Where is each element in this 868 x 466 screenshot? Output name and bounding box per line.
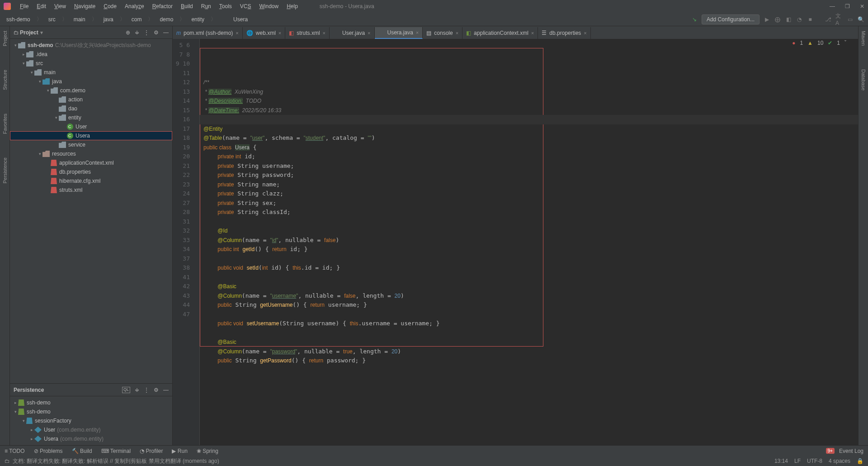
gear2-icon[interactable]: ⚙	[154, 387, 159, 393]
menu-refactor[interactable]: Refactor	[149, 1, 176, 11]
tab-appctx[interactable]: ◧applicationContext.xml×	[462, 27, 538, 39]
build-icon[interactable]: ↘	[691, 16, 698, 23]
crumb[interactable]: ssh-demo	[4, 15, 33, 24]
close-tab-icon[interactable]: ×	[236, 30, 238, 36]
btool-run[interactable]: ▶ Run	[172, 448, 187, 454]
tool-persistence[interactable]: Persistence	[2, 155, 8, 186]
ql-icon[interactable]: QL	[122, 387, 130, 393]
expand-icon[interactable]: ≑	[135, 29, 139, 36]
tree-user[interactable]: User	[10, 122, 172, 131]
tree-resources[interactable]: ▾resources	[10, 149, 172, 158]
crumb[interactable]: main	[71, 15, 88, 24]
menu-view[interactable]: View	[51, 1, 70, 11]
add-configuration-button[interactable]: Add Configuration...	[702, 14, 760, 24]
profile-icon[interactable]: ◔	[796, 16, 803, 23]
pers-root2[interactable]: ▾ssh-demo	[10, 407, 172, 416]
btool-terminal[interactable]: ⌨ Terminal	[101, 448, 131, 454]
git-icon[interactable]: ⎇	[825, 16, 832, 23]
close-icon[interactable]: ✕	[860, 3, 864, 10]
menu-analyze[interactable]: Analyze	[121, 1, 148, 11]
crumb-class[interactable]: Usera	[220, 14, 253, 24]
tab-usera[interactable]: Usera.java×	[375, 27, 423, 39]
search-icon[interactable]: 🔍	[857, 16, 864, 23]
expand2-icon[interactable]: ≑	[135, 387, 139, 393]
tree-dao[interactable]: dao	[10, 104, 172, 113]
tree-struts[interactable]: struts.xml	[10, 185, 172, 195]
btool-spring[interactable]: ❀ Spring	[197, 448, 218, 454]
chevron-down-icon[interactable]: ▾	[40, 29, 43, 36]
tree-hibernate[interactable]: hibernate.cfg.xml	[10, 176, 172, 185]
menu-tools[interactable]: Tools	[216, 1, 236, 11]
caret-pos[interactable]: 13:14	[774, 458, 788, 464]
menu-code[interactable]: Code	[100, 1, 120, 11]
crumb[interactable]: src	[46, 15, 58, 24]
tree-idea[interactable]: ▸.idea	[10, 50, 172, 59]
tree-pkg[interactable]: ▾com.demo	[10, 86, 172, 95]
maximize-icon[interactable]: ❐	[845, 3, 850, 10]
tool-structure[interactable]: Structure	[2, 67, 8, 93]
chevron-up-icon[interactable]: ˇ	[844, 40, 846, 46]
coverage-icon[interactable]: ◧	[785, 16, 792, 23]
event-log[interactable]: Event Log	[839, 448, 863, 454]
tree-java[interactable]: ▾java	[10, 77, 172, 86]
menu-file[interactable]: File	[16, 1, 32, 11]
tool-database[interactable]: Database	[861, 67, 866, 93]
btool-build[interactable]: 🔨 Build	[72, 448, 92, 454]
stop-icon[interactable]: ■	[807, 16, 814, 23]
btool-profiler[interactable]: ◔ Profiler	[140, 448, 163, 454]
tab-web[interactable]: 🌐web.xml×	[243, 27, 285, 39]
indent[interactable]: 4 spaces	[829, 458, 850, 464]
layout-icon[interactable]: ▭	[846, 16, 854, 23]
tree-root[interactable]: ▾ssh-demoC:\Users\徐文兴\IdeaProjects\ssh-d…	[10, 41, 172, 50]
btool-problems[interactable]: ⊘ Problems	[34, 448, 63, 454]
tab-dbprops[interactable]: ☰db.properties×	[538, 27, 590, 39]
fold-gutter[interactable]	[193, 39, 200, 445]
menu-build[interactable]: Build	[177, 1, 197, 11]
gear-icon[interactable]: ⚙	[154, 29, 159, 36]
encoding[interactable]: UTF-8	[807, 458, 822, 464]
locate-icon[interactable]: ⊕	[126, 29, 130, 36]
tree-main[interactable]: ▾main	[10, 68, 172, 77]
inspection-bar[interactable]: ●1 ▲10 ✔1 ˇ	[792, 40, 846, 46]
crumb[interactable]: com	[129, 15, 145, 24]
tab-pom[interactable]: mpom.xml (ssh-demo)×	[173, 27, 243, 39]
tree-entity[interactable]: ▾entity	[10, 113, 172, 122]
tool-project[interactable]: Project	[2, 28, 8, 49]
tab-user[interactable]: User.java×	[330, 27, 374, 39]
pers-user[interactable]: ▸User(com.demo.entity)	[10, 425, 172, 434]
menu-navigate[interactable]: Navigate	[71, 1, 99, 11]
code-editor[interactable]: 5 6 7 8 9 10 11 12 13 14 15 16 17 18 19 …	[173, 39, 858, 445]
menu-run[interactable]: Run	[198, 1, 215, 11]
hide2-icon[interactable]: —	[163, 387, 169, 393]
menu-help[interactable]: Help	[283, 1, 302, 11]
menu-edit[interactable]: Edit	[33, 1, 50, 11]
tool-maven[interactable]: Maven	[861, 28, 866, 48]
line-ending[interactable]: LF	[794, 458, 801, 464]
tree-dbprops[interactable]: db.properties	[10, 167, 172, 176]
tab-struts[interactable]: ◧struts.xml×	[285, 27, 330, 39]
notif-badge[interactable]: 9+	[826, 448, 835, 454]
crumb[interactable]: java	[101, 15, 116, 24]
tree-appctx[interactable]: applicationContext.xml	[10, 158, 172, 167]
btool-todo[interactable]: ≡ TODO	[5, 448, 25, 454]
crumb[interactable]: entity	[189, 15, 207, 24]
pers-root1[interactable]: ▸ssh-demo	[10, 398, 172, 407]
pers-sf[interactable]: ▾sessionFactory	[10, 416, 172, 425]
debug-icon[interactable]: ⨁	[774, 16, 781, 23]
collapse-icon[interactable]: ⋮	[144, 29, 149, 36]
menu-window[interactable]: Window	[255, 1, 282, 11]
crumb[interactable]: demo	[157, 15, 176, 24]
translate-icon[interactable]: 文A	[835, 16, 843, 23]
tree-src[interactable]: ▾src	[10, 59, 172, 68]
pers-usera[interactable]: ▸Usera(com.demo.entity)	[10, 434, 172, 443]
collapse2-icon[interactable]: ⋮	[144, 387, 149, 393]
tree-usera-selected[interactable]: Usera	[10, 131, 172, 140]
tab-console[interactable]: ▤console×	[423, 27, 462, 39]
minimize-icon[interactable]: —	[830, 3, 835, 10]
run-icon[interactable]: ▶	[763, 16, 770, 23]
tree-action[interactable]: action	[10, 95, 172, 104]
hide-icon[interactable]: —	[163, 29, 169, 36]
lock-icon[interactable]: 🔒	[857, 458, 863, 464]
tool-favorites[interactable]: Favorites	[2, 111, 8, 137]
menu-vcs[interactable]: VCS	[236, 1, 255, 11]
